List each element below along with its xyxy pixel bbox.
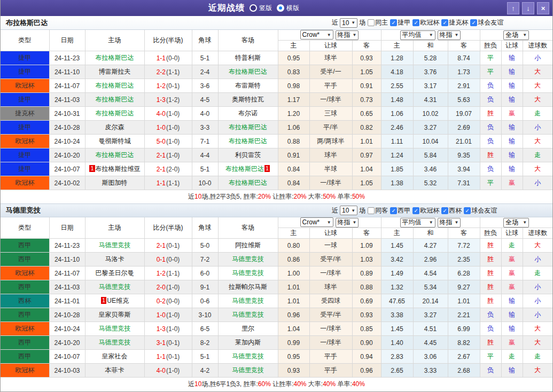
scope-select-value: 全场 — [505, 218, 518, 227]
avg-stage-select[interactable]: 终指▼ — [438, 30, 461, 40]
summary-segment: 让胜率: — [271, 380, 294, 388]
match-row: 西甲24-11-23马德里竞技2-1(0-1)5-0阿拉维斯0.80一球1.09… — [1, 239, 552, 253]
col-away-header: 客场 — [218, 30, 278, 51]
scope-select[interactable]: 全场▼ — [503, 30, 529, 40]
result-handicap: 赢 — [501, 280, 523, 294]
same-venue-filter[interactable]: 同主 — [368, 18, 388, 27]
odds-away: 0.89 — [352, 266, 381, 280]
corner-score: 3-10 — [192, 308, 218, 322]
checkbox-checked-icon[interactable]: ✓ — [464, 207, 471, 214]
away-team: 里尔 — [218, 322, 278, 336]
scope-select[interactable]: 全场▼ — [503, 218, 529, 228]
layout-radio-vertical[interactable]: 竖版 — [250, 4, 272, 13]
checkbox-unchecked-icon[interactable] — [368, 19, 375, 26]
odds-away: 0.73 — [352, 93, 381, 107]
league-badge: 捷甲 — [1, 121, 49, 135]
avg-home: 1.40 — [381, 336, 413, 350]
checkbox-checked-icon[interactable]: ✓ — [412, 207, 419, 214]
match-date: 24-11-10 — [49, 65, 85, 79]
team-name-link: 布拉格斯巴达 — [96, 151, 134, 159]
avg-home: 1.38 — [381, 176, 413, 190]
odds-group-header: Crow*▼终指▼ — [278, 217, 381, 228]
bookmaker-select[interactable]: Crow*▼ — [300, 217, 333, 227]
rank-badge: 1 — [89, 165, 95, 172]
halftime-score: (1-0) — [166, 124, 180, 131]
home-team: 马德里竞技 — [85, 280, 144, 294]
same-venue-filter[interactable]: 同客 — [368, 206, 388, 215]
chevron-down-icon: ▼ — [353, 33, 357, 37]
odds-stage-select-value: 终指 — [338, 218, 351, 227]
result-outcome: 平 — [480, 51, 501, 65]
avg-select[interactable]: 平均值▼ — [400, 30, 435, 40]
summary-segment: 大率: — [307, 193, 323, 200]
move-up-button[interactable]: ↑ — [507, 2, 519, 14]
home-team: 皮尔森 — [85, 121, 144, 135]
team-name-link: 马德里竞技 — [232, 366, 264, 374]
bookmaker-select-value: Crow* — [302, 218, 320, 226]
titlebar: 近期战绩 竖版 横版 ↑ ↓ × — [1, 0, 552, 16]
league-filter[interactable]: ✓捷克杯 — [441, 18, 468, 27]
checkbox-checked-icon[interactable]: ✓ — [470, 19, 477, 26]
summary-segment: 50% — [352, 193, 365, 200]
odds-stage-select[interactable]: 终指▼ — [336, 218, 359, 228]
result-handicap: 输 — [501, 79, 523, 93]
away-team: 拉斯帕尔马斯 — [218, 280, 278, 294]
checkbox-checked-icon[interactable]: ✓ — [390, 19, 397, 26]
corner-score: 6-5 — [192, 322, 218, 336]
score: 4-0(1-0) — [144, 364, 192, 378]
team-name-link: 拉斯帕尔马斯 — [229, 283, 267, 291]
result-goals: 走 — [523, 107, 552, 121]
handicap-line: 一球 — [309, 239, 352, 253]
handicap-line: 两/两球半 — [309, 135, 352, 148]
move-down-button[interactable]: ↓ — [522, 2, 534, 14]
avg-away-header: 客 — [448, 41, 480, 51]
home-team: 1布拉格斯拉维亚 — [85, 162, 144, 176]
league-filter[interactable]: ✓捷甲 — [390, 18, 410, 27]
avg-stage-select[interactable]: 终指▼ — [438, 218, 461, 228]
home-team: 1UE维克 — [85, 294, 144, 308]
odds-home: 0.98 — [278, 79, 309, 93]
checkbox-unchecked-icon[interactable] — [368, 207, 375, 214]
team-name-link: 马德里竞技 — [99, 241, 131, 249]
handicap-line: 平手 — [309, 79, 352, 93]
chevron-down-icon: ▼ — [455, 220, 459, 225]
match-count-select[interactable]: 10▼ — [340, 206, 357, 215]
layout-radio-horizontal[interactable]: 横版 — [277, 4, 299, 13]
league-filter[interactable]: ✓西甲 — [390, 206, 410, 215]
checkbox-checked-icon[interactable]: ✓ — [441, 19, 448, 26]
rank-badge: 1 — [264, 165, 270, 172]
same-venue-label: 同客 — [375, 206, 388, 215]
corner-score: 5-0 — [192, 239, 218, 253]
team-name-link: 奥斯特拉瓦 — [232, 96, 264, 103]
result-outcome: 负 — [480, 121, 501, 135]
away-team: 布拉格斯巴达 — [218, 65, 278, 79]
handicap-line: 三球 — [309, 107, 352, 121]
avg-away: 2.68 — [448, 364, 480, 378]
team-name-link: 曼彻斯特城 — [99, 137, 131, 145]
league-filter[interactable]: ✓欧冠杯 — [412, 206, 439, 215]
league-filter[interactable]: ✓球会友谊 — [464, 206, 497, 215]
odds-stage-select[interactable]: 终指▼ — [336, 30, 359, 40]
checkbox-checked-icon[interactable]: ✓ — [390, 207, 397, 214]
fulltime-score: 2-1 — [157, 242, 166, 249]
team-name-link: 布拉格斯巴达 — [96, 96, 134, 103]
odds-away: 0.88 — [352, 280, 381, 294]
close-button[interactable]: × — [537, 2, 549, 14]
league-filter[interactable]: ✓欧冠杯 — [412, 18, 439, 27]
match-row: 欧冠杯24-11-07巴黎圣日尔曼1-2(1-1)6-0马德里竞技1.00一/球… — [1, 266, 552, 280]
avg-away: 5.63 — [448, 93, 480, 107]
result-handicap: 走 — [501, 239, 523, 253]
match-count-select[interactable]: 10▼ — [340, 18, 357, 28]
odds-away: 1.03 — [352, 253, 381, 266]
team-name-link: 皮尔森 — [105, 123, 124, 131]
league-filter[interactable]: ✓球会友谊 — [470, 18, 503, 27]
checkbox-checked-icon[interactable]: ✓ — [441, 207, 448, 214]
checkbox-checked-icon[interactable]: ✓ — [412, 19, 419, 26]
league-filter[interactable]: ✓西杯 — [441, 206, 462, 215]
avg-select[interactable]: 平均值▼ — [400, 218, 435, 228]
bookmaker-select[interactable]: Crow*▼ — [300, 30, 333, 40]
odds-group-header: Crow*▼终指▼ — [278, 30, 381, 41]
league-badge: 西甲 — [1, 253, 49, 266]
score: 1-1(1-1) — [144, 176, 192, 190]
match-date: 24-11-07 — [49, 79, 85, 93]
